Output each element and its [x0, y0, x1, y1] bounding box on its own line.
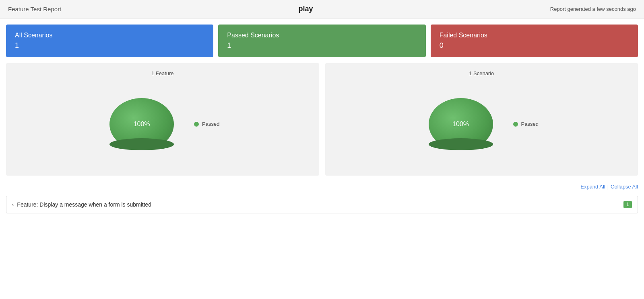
feature-legend-dot	[194, 122, 199, 127]
feature-pie-3d: 100%	[109, 98, 174, 150]
feature-pie-label: 100%	[134, 121, 150, 128]
actions-row: Expand All | Collapse All	[0, 182, 644, 194]
feature-chart-box: 1 Feature 100% Passed	[6, 63, 319, 176]
feature-row[interactable]: › Feature: Display a message when a form…	[6, 196, 638, 213]
scenario-legend-label: Passed	[521, 121, 539, 127]
chevron-right-icon: ›	[12, 202, 14, 208]
card-passed-scenarios: Passed Scenarios 1	[218, 25, 425, 57]
feature-legend-passed: Passed	[194, 121, 219, 127]
scenario-legend-dot	[513, 122, 518, 127]
card-failed-value: 0	[440, 41, 629, 50]
header: Feature Test Report play Report generate…	[0, 0, 644, 18]
action-separator: |	[607, 184, 609, 190]
scenario-chart-content: 100% Passed	[333, 80, 630, 168]
feature-label: Feature: Display a message when a form i…	[17, 201, 623, 208]
scenario-chart-title: 1 Scenario	[469, 70, 494, 76]
card-failed-label: Failed Scenarios	[440, 32, 629, 39]
scenario-legend-passed: Passed	[513, 121, 539, 127]
feature-chart-title: 1 Feature	[151, 70, 174, 76]
feature-legend-label: Passed	[202, 121, 219, 127]
card-all-value: 1	[15, 41, 204, 50]
scenario-pie-wrapper: 100%	[425, 92, 497, 156]
scenario-chart-box: 1 Scenario 100% Passed	[325, 63, 638, 176]
card-all-label: All Scenarios	[15, 32, 204, 39]
feature-badge: 1	[623, 201, 632, 208]
feature-chart-content: 100% Passed	[14, 80, 311, 168]
card-failed-scenarios: Failed Scenarios 0	[431, 25, 638, 57]
scenario-pie-bottom	[429, 138, 493, 150]
feature-legend: Passed	[194, 121, 219, 127]
card-passed-value: 1	[227, 41, 417, 50]
scenario-pie-3d: 100%	[429, 98, 493, 150]
report-time: Report generated a few seconds ago	[550, 6, 636, 12]
app-name: play	[299, 5, 313, 13]
charts-row: 1 Feature 100% Passed 1 Scenario	[0, 63, 644, 182]
card-all-scenarios: All Scenarios 1	[6, 25, 213, 57]
collapse-all-link[interactable]: Collapse All	[611, 184, 638, 190]
expand-all-link[interactable]: Expand All	[580, 184, 605, 190]
feature-pie-wrapper: 100%	[105, 92, 178, 156]
feature-pie-bottom	[109, 138, 174, 150]
card-passed-label: Passed Scenarios	[227, 32, 417, 39]
page-title: Feature Test Report	[8, 6, 61, 12]
scenario-legend: Passed	[513, 121, 539, 127]
scenario-pie-label: 100%	[452, 121, 469, 128]
summary-cards: All Scenarios 1 Passed Scenarios 1 Faile…	[0, 18, 644, 63]
